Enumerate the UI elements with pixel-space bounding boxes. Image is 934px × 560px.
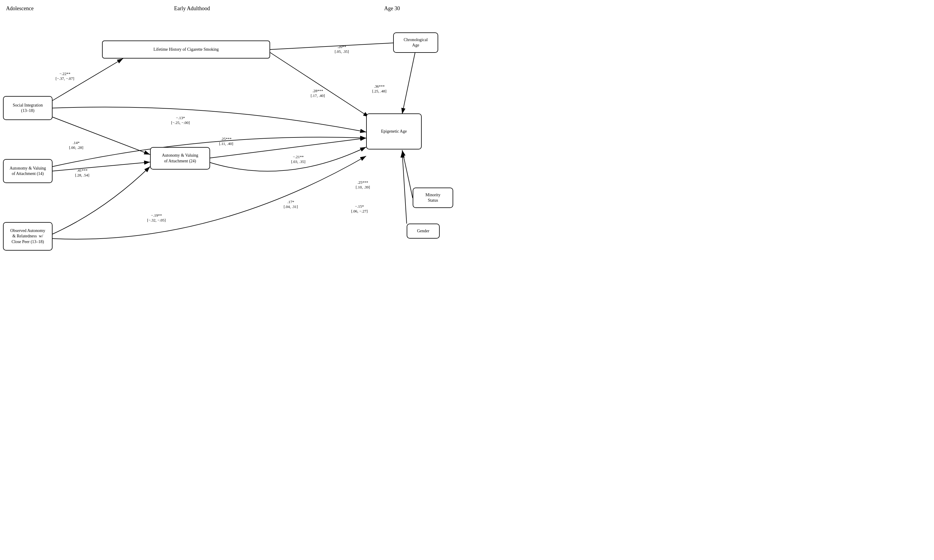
svg-line-3 [52, 117, 150, 155]
node-social-integration: Social Integration(13–18) [3, 96, 52, 120]
node-chronological-age: ChronologicalAge [393, 32, 438, 53]
header-adolescence: Adolescence [6, 5, 34, 12]
label-si-smoke: −.22**[−.37, −.07] [55, 71, 74, 81]
label-obs-ea: .17*[.04, .31] [284, 200, 298, 209]
header-age-30: Age 30 [384, 5, 400, 12]
svg-line-7 [270, 43, 393, 49]
header-early-adulthood: Early Adulthood [174, 5, 210, 12]
svg-line-9 [402, 150, 413, 198]
label-chron-ea: .36***[.25, .48] [372, 84, 386, 94]
node-autonomy-24: Autonomy & Valuingof Attachment (24) [150, 147, 210, 169]
label-si-ea-direct: −.13*[−.25, −.00] [171, 115, 190, 125]
label-smoke-ea: .28***[.17, .40] [311, 89, 325, 98]
label-av14-av24: .41***[.28, .54] [75, 168, 89, 178]
svg-line-6 [270, 52, 369, 117]
node-epigenetic-age: Epigenetic Age [366, 114, 422, 149]
svg-line-8 [402, 52, 415, 114]
label-av24-ea-neg: −.21**[.03, .35] [291, 155, 306, 164]
node-minority-status: MinorityStatus [413, 188, 453, 208]
svg-line-10 [402, 152, 407, 223]
svg-line-4 [52, 162, 150, 171]
label-obs-av24: −.19**[−.32, −.05] [147, 213, 166, 223]
label-si-av24: .14*[.00, .28] [69, 140, 83, 150]
label-chron-smoke: .20**[.05, .35] [335, 45, 349, 54]
label-gender-ea: −.15*[.06, −.27] [351, 204, 368, 214]
label-min-ea: .25***[.10, .39] [355, 180, 370, 190]
node-observed-autonomy: Observed Autonomy& Relatedness w/Close P… [3, 222, 52, 251]
label-av24-ea: .25***[.11, .40] [219, 137, 233, 146]
node-lifetime-smoking: Lifetime History of Cigarette Smoking [102, 40, 270, 58]
node-gender: Gender [407, 223, 440, 238]
diagram: Adolescence Early Adulthood Age 30 [0, 0, 467, 280]
node-autonomy-14: Autonomy & Valuingof Attachment (14) [3, 159, 52, 183]
